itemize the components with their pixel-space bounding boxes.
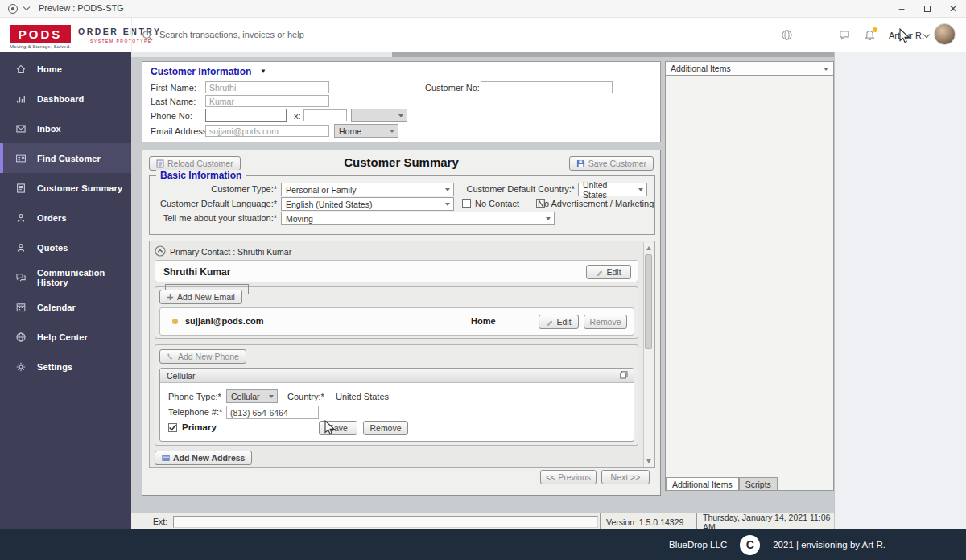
scroll-down-icon[interactable]	[646, 459, 651, 463]
pods-logo-text: PODS	[19, 27, 63, 41]
cellular-phone-type-dropdown[interactable]: Cellular	[226, 389, 278, 403]
minimize-button[interactable]: –	[889, 0, 914, 18]
close-button[interactable]: ✕	[940, 0, 966, 18]
edit-icon	[546, 319, 553, 326]
contacts-scrollbar-thumb[interactable]	[645, 254, 652, 349]
pods-logo: PODS	[10, 25, 71, 43]
previous-button[interactable]: << Previous	[540, 470, 597, 484]
customer-information-title[interactable]: Customer Information	[151, 66, 251, 77]
contacts-section: Primary Contact : Shruthi Kumar Shruthi …	[149, 241, 655, 468]
sidebar-item-communication-history[interactable]: Communication History	[0, 262, 131, 292]
sidebar-item-customer-summary[interactable]: Customer Summary	[0, 173, 131, 203]
add-new-email-button[interactable]: Add New Email	[159, 290, 242, 304]
basic-information-legend: Basic Information	[156, 170, 246, 181]
phone-save-label: Save	[328, 423, 348, 433]
copyright-icon: C	[740, 535, 760, 555]
sidebar-item-label: Help Center	[37, 332, 88, 342]
sidebar-item-home[interactable]: Home	[0, 54, 131, 84]
datetime-text: Thursday, January 14, 2021 11:06 AM	[703, 513, 834, 532]
contacts-scrollbar[interactable]	[643, 242, 654, 467]
horizontal-scrollbar-thumb[interactable]	[392, 52, 834, 57]
last-name-field[interactable]	[205, 95, 329, 107]
add-new-phone-button[interactable]: Add New Phone	[159, 349, 246, 364]
customer-type-dropdown[interactable]: Personal or Family	[281, 183, 454, 196]
sidebar-item-inbox[interactable]: Inbox	[0, 113, 131, 143]
tab-scripts-label: Scripts	[745, 480, 771, 489]
situation-dropdown[interactable]: Moving	[281, 212, 555, 225]
dropdown-arrow-icon	[546, 217, 551, 220]
sidebar-item-quotes[interactable]: Quotes	[0, 233, 131, 262]
phone-type-label: Phone Type:*	[168, 392, 221, 401]
search-icon	[142, 30, 154, 43]
phone-ext-field[interactable]	[303, 109, 347, 121]
scroll-up-icon[interactable]	[646, 246, 651, 250]
customer-summary-panel: Reload Customer Customer Summary Save Cu…	[142, 150, 661, 496]
user-name[interactable]: Arthur R.	[889, 31, 924, 40]
save-customer-button[interactable]: Save Customer	[569, 156, 654, 171]
contact-name: Shruthi Kumar	[163, 266, 230, 278]
app-header: PODS Moving & Storage, Solved. ORDER ENT…	[0, 18, 966, 52]
sidebar-item-calendar[interactable]: Calendar	[0, 292, 131, 322]
globe-icon[interactable]	[781, 29, 793, 43]
email-row: sujjani@pods.com Home Edit Remove	[159, 307, 634, 336]
search-input[interactable]	[159, 26, 497, 43]
additional-items-dropdown[interactable]: Additional Items	[666, 62, 833, 76]
phone-no-field[interactable]	[205, 109, 287, 122]
sidebar-item-orders[interactable]: Orders	[0, 203, 131, 233]
dropdown-arrow-icon	[638, 188, 643, 191]
sidebar-item-label: Calendar	[37, 303, 76, 312]
phone-icon	[167, 352, 175, 360]
contact-edit-button[interactable]: Edit	[586, 265, 631, 279]
maximize-button[interactable]	[914, 0, 940, 18]
record-icon[interactable]	[8, 4, 18, 14]
phone-save-button[interactable]: Save	[319, 421, 357, 435]
last-name-label: Last Name:	[151, 97, 196, 106]
email-edit-label: Edit	[556, 317, 571, 327]
window-title: Preview : PODS-STG	[39, 3, 124, 13]
default-country-dropdown[interactable]: United States	[578, 183, 647, 196]
email-remove-button[interactable]: Remove	[584, 315, 627, 329]
primary-label: Primary	[182, 422, 217, 432]
sidebar-item-label: Orders	[37, 213, 67, 223]
customer-no-field[interactable]	[481, 81, 613, 93]
user-menu-chevron-icon[interactable]	[923, 31, 930, 38]
sidebar-item-dashboard[interactable]: Dashboard	[0, 84, 131, 113]
sidebar-item-settings[interactable]: Settings	[0, 352, 131, 381]
tab-scripts[interactable]: Scripts	[739, 477, 778, 490]
dashboard-icon	[15, 93, 27, 105]
bell-icon[interactable]	[864, 29, 876, 43]
next-button[interactable]: Next >>	[601, 470, 650, 484]
phone-remove-button[interactable]: Remove	[363, 421, 408, 435]
default-language-dropdown[interactable]: English (United States)	[281, 197, 454, 211]
tab-additional-items[interactable]: Additional Items	[666, 477, 739, 490]
chevron-down-icon[interactable]	[23, 4, 30, 10]
add-new-address-button[interactable]: Add New Address	[155, 451, 252, 465]
chat-icon[interactable]	[838, 29, 851, 43]
status-bar: Ext: Version: 1.5.0.14329 Thursday, Janu…	[131, 513, 834, 529]
email-edit-button[interactable]: Edit	[539, 315, 579, 329]
phone-type-dropdown[interactable]	[351, 109, 407, 122]
primary-checkbox[interactable]	[168, 423, 177, 432]
ext-field	[173, 516, 598, 528]
home-icon	[15, 64, 27, 75]
pods-tagline: Moving & Storage, Solved.	[10, 44, 71, 49]
sidebar-item-help-center[interactable]: Help Center	[0, 322, 131, 352]
restore-window-icon[interactable]	[620, 371, 628, 381]
no-contact-checkbox[interactable]	[462, 199, 471, 208]
plus-icon	[167, 294, 174, 301]
collapse-contact-icon[interactable]	[155, 245, 166, 258]
collapse-arrow-icon[interactable]: ▼	[260, 68, 266, 75]
email-type-dropdown[interactable]: Home	[334, 124, 398, 138]
customer-no-label: Customer No:	[425, 83, 480, 93]
email-address-value: sujjani@pods.com	[185, 316, 264, 326]
user-avatar[interactable]	[934, 23, 956, 45]
first-name-field[interactable]	[205, 81, 329, 93]
email-address-field[interactable]	[205, 125, 329, 137]
sidebar-item-find-customer[interactable]: Find Customer	[0, 143, 131, 173]
right-empty-area	[834, 52, 966, 529]
horizontal-scrollbar[interactable]	[131, 52, 834, 57]
telephone-field[interactable]	[226, 406, 319, 419]
phone-remove-label: Remove	[369, 423, 401, 433]
phone-group: Add New Phone Cellular Phone Type:* Cell…	[155, 344, 638, 446]
situation-value: Moving	[286, 214, 313, 224]
